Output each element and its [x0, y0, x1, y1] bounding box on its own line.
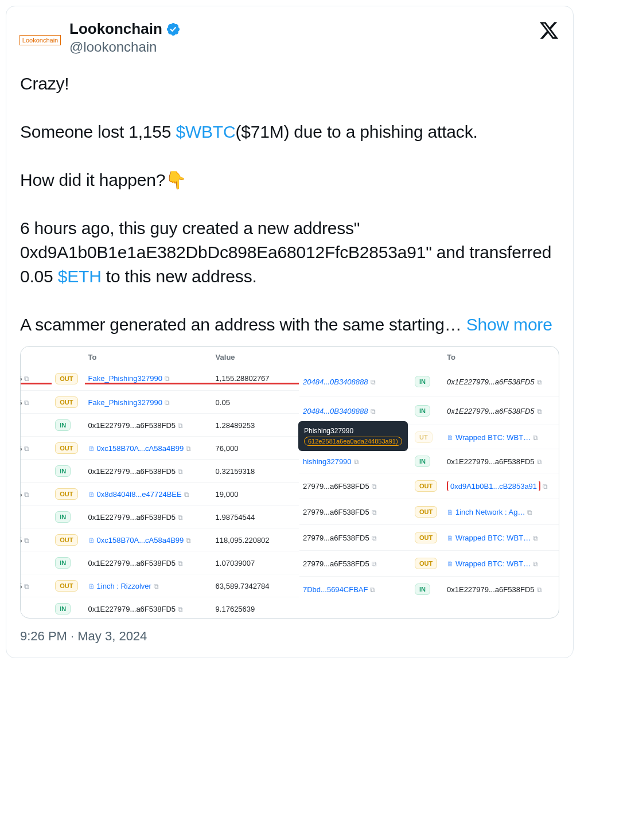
to-address[interactable]: 0xd9A1b0B1...cB2853a91 — [450, 482, 537, 491]
hash-fragment: 20484...0B3408888 — [303, 407, 368, 415]
table-row: ⧉IN0x1E227979...a6F538FD5⧉1.28489253 — [20, 413, 299, 436]
value-cell: 1.98754544 — [216, 513, 255, 522]
to-address[interactable]: 0xc158B70A...cA58a4B99 — [97, 444, 184, 453]
hash-fragment: 538FD5 — [20, 374, 22, 383]
hash-fragment: 538FD5 — [20, 444, 22, 453]
to-address[interactable]: 1inch : Rizzolver — [97, 582, 151, 590]
value-cell: 9.17625639 — [216, 605, 255, 613]
to-address: 0x1E227979...a6F538FD5 — [88, 467, 176, 476]
cashtag-wbtc[interactable]: $WBTC — [176, 122, 235, 141]
copy-icon[interactable]: ⧉ — [354, 458, 359, 466]
copy-icon[interactable]: ⧉ — [184, 491, 189, 499]
cashtag-eth[interactable]: $ETH — [58, 267, 102, 286]
hash-fragment: 27979...a6F538FD5 — [303, 482, 369, 491]
copy-icon[interactable]: ⧉ — [24, 536, 29, 545]
out-badge: OUT — [415, 506, 437, 518]
to-address[interactable]: 0xc158B70A...cA58a4B99 — [97, 536, 184, 545]
copy-icon[interactable]: ⧉ — [533, 434, 538, 442]
copy-icon[interactable]: ⧉ — [186, 445, 191, 453]
handle[interactable]: @lookonchain — [69, 39, 181, 55]
out-badge: OUT — [55, 580, 77, 592]
to-address[interactable]: Wrapped BTC: WBT… — [455, 559, 531, 568]
table-row: 27979...a6F538FD5⧉OUT0xd9A1b0B1...cB2853… — [299, 473, 559, 499]
copy-icon[interactable]: ⧉ — [178, 468, 183, 476]
in-badge: IN — [55, 465, 71, 477]
out-badge: OUT — [415, 480, 437, 492]
copy-icon[interactable]: ⧉ — [24, 375, 29, 383]
table-row: 538FD5⧉OUT🗎1inch : Rizzolver⧉63,589.7342… — [20, 574, 299, 597]
to-address[interactable]: 1inch Network : Ag… — [455, 508, 525, 516]
value-cell: 19,000 — [216, 490, 239, 499]
table-row: 538FD5⧉OUTFake_Phishing327990⧉1,155.2880… — [20, 367, 299, 390]
copy-icon[interactable]: ⧉ — [24, 399, 29, 407]
copy-icon[interactable]: ⧉ — [527, 508, 532, 516]
copy-icon[interactable]: ⧉ — [372, 560, 377, 568]
copy-icon[interactable]: ⧉ — [371, 407, 376, 415]
table-row: 538FD5⧉OUT🗎0xc158B70A...cA58a4B99⧉118,09… — [20, 528, 299, 551]
copy-icon[interactable]: ⧉ — [154, 582, 159, 590]
hash-fragment: 538FD5 — [20, 582, 22, 590]
out-badge: OUT — [55, 373, 77, 384]
copy-icon[interactable]: ⧉ — [178, 514, 183, 522]
copy-icon[interactable]: ⧉ — [24, 582, 29, 590]
copy-icon[interactable]: ⧉ — [372, 483, 377, 491]
copy-icon[interactable]: ⧉ — [178, 422, 183, 430]
value-cell: 63,589.7342784 — [216, 582, 270, 590]
out-badge: OUT — [55, 396, 77, 408]
to-address: 0x1E227979...a6F538FD5 — [88, 559, 176, 567]
copy-icon[interactable]: ⧉ — [543, 483, 548, 491]
tooltip-line1: Phishing327990 — [304, 426, 402, 436]
copy-icon[interactable]: ⧉ — [178, 559, 183, 567]
copy-icon[interactable]: ⧉ — [24, 491, 29, 499]
document-icon: 🗎 — [447, 534, 454, 542]
copy-icon[interactable]: ⧉ — [537, 407, 542, 415]
copy-icon[interactable]: ⧉ — [372, 534, 377, 542]
hash-fragment: 538FD5 — [20, 490, 22, 499]
hash-fragment: 7Dbd...5694CFBAF — [303, 585, 368, 594]
value-cell: 0.32159318 — [216, 467, 255, 476]
in-badge: IN — [415, 376, 430, 387]
out-badge: OUT — [415, 558, 437, 569]
copy-icon[interactable]: ⧉ — [24, 445, 29, 453]
value-cell: 1,155.28802767 — [216, 374, 270, 383]
document-icon: 🗎 — [447, 560, 454, 568]
copy-icon[interactable]: ⧉ — [371, 378, 376, 386]
to-address[interactable]: 0x8d8404f8...e47724BEE — [97, 490, 182, 499]
copy-icon[interactable]: ⧉ — [178, 605, 183, 613]
x-logo-icon[interactable] — [539, 20, 559, 41]
show-more-link[interactable]: Show more — [466, 315, 552, 334]
table-row: ⧉IN0x1E227979...a6F538FD5⧉0.32159318 — [20, 459, 299, 482]
avatar[interactable]: Lookonchain — [20, 20, 60, 60]
copy-icon[interactable]: ⧉ — [533, 560, 538, 568]
copy-icon[interactable]: ⧉ — [537, 378, 542, 386]
tweet-text: Crazy! Someone lost 1,155 $WBTC($71M) du… — [20, 72, 559, 337]
table-row: 7Dbd...5694CFBAF⧉IN0x1E227979...a6F538FD… — [299, 576, 559, 602]
copy-icon[interactable]: ⧉ — [372, 508, 377, 516]
in-badge: IN — [55, 419, 71, 431]
copy-icon[interactable]: ⧉ — [186, 536, 191, 545]
copy-icon[interactable]: ⧉ — [537, 458, 542, 466]
in-badge: IN — [415, 456, 430, 467]
table-row: 538FD5⧉OUTFake_Phishing327990⧉0.05 — [20, 390, 299, 413]
in-badge: IN — [55, 557, 71, 569]
copy-icon[interactable]: ⧉ — [370, 586, 375, 594]
tweet-pre1: Crazy! Someone lost 1,155 — [20, 74, 176, 141]
display-name[interactable]: Lookonchain — [69, 20, 162, 38]
embedded-screenshot[interactable]: To Value 538FD5⧉OUTFake_Phishing327990⧉1… — [20, 346, 559, 619]
table-row: 27979...a6F538FD5⧉OUT🗎Wrapped BTC: WBT…⧉ — [299, 550, 559, 576]
copy-icon[interactable]: ⧉ — [537, 586, 542, 594]
to-address: 0x1E227979...a6F538FD5 — [447, 585, 535, 594]
hash-fragment: 27979...a6F538FD5 — [303, 534, 369, 542]
to-address[interactable]: Wrapped BTC: WBT… — [455, 433, 531, 442]
value-cell: 1.07039007 — [216, 559, 255, 567]
avatar-text: Lookonchain — [20, 35, 61, 45]
copy-icon[interactable]: ⧉ — [165, 399, 170, 407]
right-table: To 20484...0B3408888⧉IN0x1E227979...a6F5… — [299, 347, 559, 602]
hash-fragment: 20484...0B3408888 — [303, 378, 368, 386]
copy-icon[interactable]: ⧉ — [165, 375, 170, 383]
timestamp[interactable]: 9:26 PM · May 3, 2024 — [20, 629, 559, 644]
to-address[interactable]: Fake_Phishing327990 — [88, 398, 162, 407]
copy-icon[interactable]: ⧉ — [533, 534, 538, 542]
to-address[interactable]: Fake_Phishing327990 — [88, 374, 162, 383]
to-address[interactable]: Wrapped BTC: WBT… — [455, 534, 531, 542]
